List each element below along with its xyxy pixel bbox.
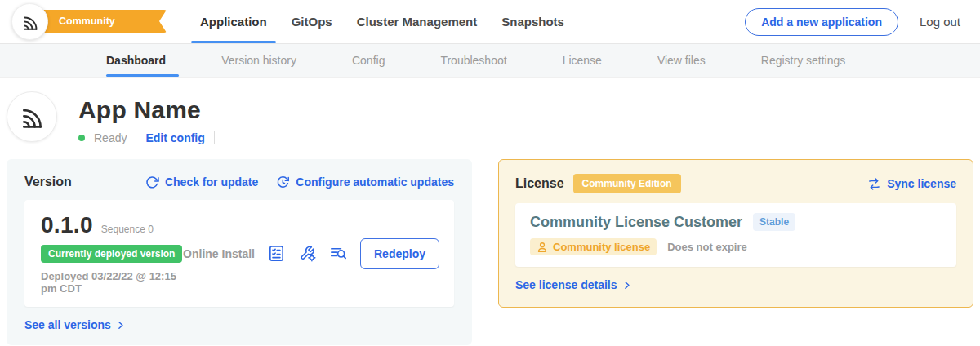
- see-all-versions-link[interactable]: See all versions: [24, 318, 126, 331]
- see-all-versions-label: See all versions: [24, 318, 111, 331]
- deployed-timestamp: Deployed 03/22/22 @ 12:15 pm CDT: [41, 270, 183, 295]
- sub-nav-item-label: View files: [657, 54, 706, 67]
- check-for-update-label: Check for update: [165, 175, 258, 189]
- top-nav-item-snapshots[interactable]: Snapshots: [489, 0, 577, 43]
- license-card: License Community Edition Sync license: [498, 159, 973, 308]
- logout-link[interactable]: Log out: [920, 15, 960, 29]
- status-badge: Ready: [94, 131, 127, 144]
- license-type-badge: Community license: [530, 238, 657, 255]
- sub-nav-item-view-files[interactable]: View files: [657, 44, 706, 77]
- license-details-panel: Community License Customer Stable Commun…: [515, 203, 956, 267]
- install-type-label: Online Install: [183, 247, 255, 260]
- version-card: Version Check for update: [7, 159, 472, 345]
- sub-nav-item-label: Config: [352, 54, 385, 67]
- version-card-title: Version: [24, 175, 72, 189]
- sub-nav-item-license[interactable]: License: [563, 44, 602, 77]
- current-version-info: 0.1.0 Sequence 0 Currently deployed vers…: [41, 212, 183, 295]
- app-icon: [7, 91, 57, 142]
- chevron-right-icon: [621, 280, 632, 291]
- divider: [136, 131, 136, 144]
- sub-nav-item-dashboard[interactable]: Dashboard: [106, 44, 166, 77]
- replicated-logo-icon: [18, 103, 46, 131]
- license-expiry: Does not expire: [667, 241, 747, 253]
- top-nav-items: Application GitOps Cluster Management Sn…: [188, 0, 577, 43]
- app-status-row: Ready Edit config: [78, 131, 215, 144]
- check-for-update-link[interactable]: Check for update: [145, 175, 258, 189]
- redeploy-button[interactable]: Redeploy: [360, 238, 439, 269]
- replicated-logo: [11, 3, 48, 40]
- divider: [214, 131, 215, 144]
- license-card-header: License Community Edition Sync license: [515, 174, 956, 193]
- sub-nav-item-label: License: [563, 54, 602, 67]
- admin-console-page: Community Edition Application GitOps: [0, 0, 980, 346]
- app-header: App Name Ready Edit config: [0, 78, 980, 148]
- refresh-icon: [145, 175, 159, 189]
- edit-config-link[interactable]: Edit config: [145, 131, 204, 144]
- sub-nav-item-label: Dashboard: [106, 54, 166, 67]
- sub-nav-item-version-history[interactable]: Version history: [221, 44, 296, 77]
- deploy-logs-icon[interactable]: [329, 244, 348, 263]
- customer-row: Community License Customer Stable: [530, 213, 942, 231]
- top-nav-item-gitops[interactable]: GitOps: [279, 0, 345, 43]
- top-nav-item-cluster-management[interactable]: Cluster Management: [345, 0, 490, 43]
- sub-nav-item-label: Registry settings: [761, 54, 845, 67]
- chevron-right-icon: [115, 320, 126, 330]
- version-number: 0.1.0: [41, 212, 93, 238]
- customer-name: Community License Customer: [530, 214, 742, 231]
- sub-nav-item-troubleshoot[interactable]: Troubleshoot: [440, 44, 506, 77]
- sync-license-label: Sync license: [887, 177, 956, 190]
- sync-arrows-icon: [867, 177, 881, 191]
- edit-config-wrench-icon[interactable]: [298, 244, 317, 263]
- add-new-application-button[interactable]: Add a new application: [745, 8, 898, 36]
- preflight-checks-icon[interactable]: [267, 244, 286, 263]
- license-type-row: Community license Does not expire: [530, 238, 942, 255]
- sub-nav: Dashboard Version history Config Trouble…: [0, 43, 980, 78]
- app-title-block: App Name Ready Edit config: [78, 91, 215, 144]
- sub-nav-item-registry-settings[interactable]: Registry settings: [761, 44, 845, 77]
- community-edition-badge: Community Edition: [573, 174, 681, 193]
- replicated-logo-icon: [20, 12, 40, 32]
- license-card-title: License: [515, 176, 564, 191]
- person-icon: [537, 242, 548, 253]
- brand: Community Edition: [0, 0, 167, 43]
- configure-automatic-updates-label: Configure automatic updates: [296, 175, 454, 189]
- license-card-title-group: License Community Edition: [515, 174, 681, 193]
- page-title: App Name: [78, 96, 215, 124]
- sync-license-link[interactable]: Sync license: [867, 177, 956, 191]
- license-card-footer: See license details: [515, 278, 956, 291]
- sub-nav-item-label: Troubleshoot: [440, 54, 506, 67]
- top-nav-item-label: GitOps: [292, 15, 332, 29]
- license-type-label: Community license: [553, 241, 650, 253]
- version-actions: Online Install: [183, 238, 439, 269]
- currently-deployed-badge: Currently deployed version: [41, 245, 182, 263]
- top-nav-item-label: Cluster Management: [357, 15, 478, 29]
- see-license-details-link[interactable]: See license details: [515, 278, 632, 291]
- version-number-row: 0.1.0 Sequence 0: [41, 212, 183, 238]
- sub-nav-item-label: Version history: [221, 54, 296, 67]
- top-nav-right: Add a new application Log out: [745, 0, 960, 43]
- version-card-actions: Check for update Configure automatic upd…: [145, 175, 454, 189]
- top-nav-item-label: Application: [200, 15, 267, 29]
- configure-automatic-updates-link[interactable]: Configure automatic updates: [276, 175, 454, 189]
- dashboard-cards: Version Check for update: [0, 148, 980, 345]
- top-nav-item-label: Snapshots: [501, 15, 564, 29]
- current-version-panel: 0.1.0 Sequence 0 Currently deployed vers…: [24, 200, 454, 307]
- top-nav-item-application[interactable]: Application: [188, 0, 279, 43]
- version-card-header: Version Check for update: [24, 175, 454, 189]
- ready-status-dot: [78, 135, 85, 141]
- sub-nav-item-config[interactable]: Config: [352, 44, 385, 77]
- version-card-footer: See all versions: [24, 318, 454, 331]
- see-license-details-label: See license details: [515, 278, 617, 291]
- edition-ribbon: Community Edition: [28, 10, 167, 33]
- sequence-label: Sequence 0: [101, 224, 154, 235]
- top-nav: Community Edition Application GitOps: [0, 0, 980, 43]
- auto-update-clock-icon: [276, 175, 290, 189]
- channel-badge: Stable: [753, 213, 795, 231]
